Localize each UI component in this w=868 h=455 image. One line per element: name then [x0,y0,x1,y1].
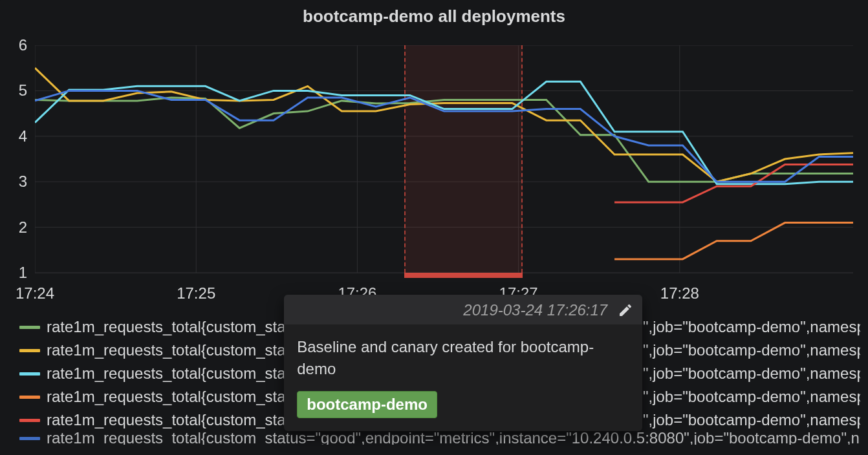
legend-label-right: ",job="bootcamp-demo",namespa [643,385,860,408]
x-tick: 17:24 [16,284,54,302]
x-tick: 17:25 [177,284,215,302]
legend-swatch [19,419,40,422]
y-tick: 3 [1,173,27,191]
y-tick: 5 [1,81,27,100]
y-tick: 6 [1,36,27,54]
y-axis: 6 5 4 3 2 1 [0,45,32,273]
tooltip-timestamp: 2019-03-24 17:26:17 [463,301,607,319]
legend-label-right: ",job="bootcamp-demo",namespa [643,339,860,362]
legend-swatch [19,396,40,399]
legend-label: rate1m_requests_total{custom_status [47,362,307,385]
legend-swatch [19,372,40,376]
y-tick: 2 [1,218,27,237]
legend-label: rate1m_requests_total{custom_status [47,408,307,432]
tooltip-header: 2019-03-24 17:26:17 [284,295,642,324]
tooltip-tag[interactable]: bootcamp-demo [297,391,437,418]
panel-title: bootcamp-demo all deployments [0,0,868,36]
chart-panel: bootcamp-demo all deployments 6 5 4 3 2 … [0,0,868,455]
legend-swatch [19,437,40,440]
annotation-tooltip: 2019-03-24 17:26:17 Baseline and canary … [284,295,642,431]
legend-label: rate1m_requests_total{custom_status [47,339,307,362]
legend-swatch [19,326,40,329]
plot-area[interactable] [35,45,853,273]
legend-label-right: ",job="bootcamp-demo",namespa [643,362,860,385]
annotation-underline [404,273,523,278]
legend-label: rate1m_requests_total{custom_status [47,385,307,408]
y-tick: 4 [1,127,27,145]
tooltip-tags: bootcamp-demo [284,386,642,431]
x-tick: 17:28 [660,284,699,302]
legend-label-right: ",job="bootcamp-demo",namespa [643,315,860,339]
y-tick: 1 [1,264,27,282]
legend-item[interactable]: rate1m_requests_total{custom_status="goo… [19,432,860,445]
legend-swatch [19,349,40,352]
legend-label: rate1m_requests_total{custom_status="goo… [47,432,860,445]
edit-icon[interactable] [618,302,633,318]
tooltip-text: Baseline and canary created for bootcamp… [284,324,642,386]
legend-label-right: ",job="bootcamp-demo",namespa [643,408,860,432]
tooltip-arrow [455,295,471,296]
legend-label: rate1m_requests_total{custom_status [47,315,307,339]
